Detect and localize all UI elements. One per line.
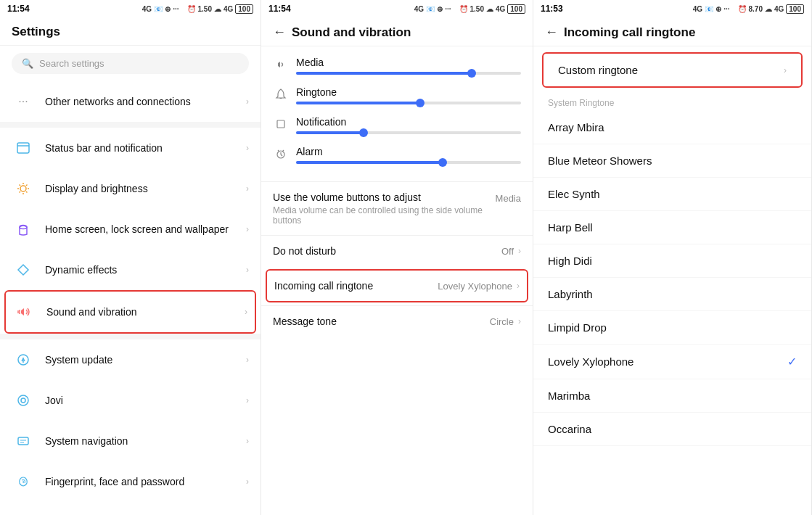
display-chevron: › [246, 184, 249, 194]
ringtone-item-labyrinth[interactable]: Labyrinth [533, 278, 811, 311]
settings-item-dynamic-effects[interactable]: Dynamic effects › [0, 250, 261, 290]
settings-panel: 11:54 4G 📧 ⊕ ··· ⏰ 1.50 ☁ 4G 100 Setting… [0, 0, 261, 515]
ringtone-item-elec-synth[interactable]: Elec Synth [533, 178, 811, 211]
display-label: Display and brightness [45, 182, 246, 195]
ringtone-item-high-didi[interactable]: High Didi [533, 244, 811, 278]
jovi-chevron: › [246, 395, 249, 405]
media-volume-fill [296, 72, 472, 75]
status-bar-chevron: › [246, 143, 249, 153]
jovi-label: Jovi [45, 394, 246, 407]
ringtone-item-occarina[interactable]: Occarina [533, 413, 811, 446]
settings-item-fingerprint[interactable]: Fingerprint, face and password › [0, 461, 261, 502]
do-not-disturb-value: Off [501, 246, 514, 257]
notification-volume-info: Notification [296, 116, 521, 134]
media-volume-info: Media [296, 57, 521, 75]
ringtone-item-blue-meteor[interactable]: Blue Meteor Showers [533, 144, 811, 178]
use-volume-value: Media [496, 193, 521, 204]
time-2: 11:54 [268, 4, 291, 14]
notification-volume-row: Notification [273, 116, 521, 134]
other-networks-label: Other networks and connections [45, 95, 246, 108]
alarm-volume-slider[interactable] [296, 161, 521, 164]
settings-item-sound-vibration[interactable]: Sound and vibration › [4, 290, 256, 334]
incoming-ringtone-row[interactable]: Incoming call ringtone Lovely Xylophone … [266, 269, 528, 302]
do-not-disturb-row[interactable]: Do not disturb Off › [261, 235, 533, 266]
alarm-volume-icon [273, 147, 289, 163]
back-arrow-3[interactable]: ← [545, 25, 558, 40]
array-mbira-label: Array Mbira [548, 121, 604, 133]
dynamic-effects-chevron: › [246, 265, 249, 275]
svg-line-7 [20, 185, 21, 186]
status-bar-3: 11:53 4G 📧 ⊕ ··· ⏰ 8.70 ☁ 4G 100 [533, 0, 811, 17]
limpid-drop-label: Limpid Drop [548, 321, 607, 334]
settings-list: ··· Other networks and connections › Sta… [0, 81, 261, 515]
settings-item-display[interactable]: Display and brightness › [0, 168, 261, 209]
fingerprint-icon [12, 470, 35, 493]
svg-line-28 [281, 154, 282, 156]
volume-section: Media Ringtone [261, 46, 533, 181]
system-navigation-icon [12, 429, 35, 453]
display-icon [12, 177, 35, 200]
incoming-ringtone-panel: 11:53 4G 📧 ⊕ ··· ⏰ 8.70 ☁ 4G 100 ← Incom… [533, 0, 812, 515]
dynamic-effects-label: Dynamic effects [45, 263, 246, 276]
settings-item-system-navigation[interactable]: System navigation › [0, 421, 261, 461]
system-navigation-chevron: › [246, 436, 249, 446]
notification-volume-slider[interactable] [296, 131, 521, 134]
status-bar-label: Status bar and notification [45, 141, 246, 154]
settings-item-home-screen[interactable]: Home screen, lock screen and wallpaper › [0, 209, 261, 250]
svg-point-11 [20, 226, 27, 229]
media-volume-label: Media [296, 57, 521, 68]
system-update-chevron: › [246, 355, 249, 365]
divider-2 [0, 334, 261, 339]
do-not-disturb-chevron: › [518, 246, 521, 256]
fingerprint-chevron: › [246, 477, 249, 487]
ringtone-item-limpid-drop[interactable]: Limpid Drop [533, 311, 811, 345]
svg-line-10 [20, 191, 21, 193]
status-icons-2: 4G 📧 ⊕ ··· ⏰ 1.50 ☁ 4G 100 [414, 4, 525, 14]
settings-item-other-networks[interactable]: ··· Other networks and connections › [0, 81, 261, 122]
sound-vibration-header: ← Sound and vibration [261, 17, 533, 46]
svg-rect-20 [18, 437, 28, 445]
media-volume-slider[interactable] [296, 72, 521, 75]
settings-title: Settings [0, 17, 261, 46]
settings-item-jovi[interactable]: Jovi › [0, 380, 261, 421]
use-volume-buttons-row[interactable]: Use the volume buttons to adjust Media v… [261, 181, 533, 235]
ringtone-item-marimba[interactable]: Marimba [533, 379, 811, 413]
svg-point-18 [18, 395, 28, 405]
ringtone-item-harp-bell[interactable]: Harp Bell [533, 211, 811, 244]
ringtone-item-array-mbira[interactable]: Array Mbira [533, 111, 811, 144]
ringtone-volume-slider[interactable] [296, 102, 521, 104]
settings-item-system-update[interactable]: System update › [0, 339, 261, 380]
home-screen-label: Home screen, lock screen and wallpaper [45, 223, 246, 236]
ringtone-volume-icon [273, 88, 289, 104]
settings-item-status-bar[interactable]: Status bar and notification › [0, 128, 261, 168]
media-volume-row: Media [273, 57, 521, 75]
high-didi-label: High Didi [548, 255, 592, 267]
message-tone-label: Message tone [273, 316, 337, 327]
alarm-volume-fill [296, 161, 443, 164]
custom-ringtone-item[interactable]: Custom ringtone › [542, 52, 803, 88]
alarm-volume-label: Alarm [296, 146, 521, 157]
status-icons-3: 4G 📧 ⊕ ··· ⏰ 8.70 ☁ 4G 100 [693, 4, 804, 14]
incoming-ringtone-wrapper: Incoming call ringtone Lovely Xylophone … [261, 266, 533, 305]
back-arrow-2[interactable]: ← [273, 25, 286, 40]
system-update-icon [12, 348, 35, 371]
system-navigation-label: System navigation [45, 434, 246, 448]
message-tone-chevron: › [518, 316, 521, 326]
svg-marker-12 [18, 265, 28, 275]
incoming-ringtone-header: ← Incoming call ringtone [533, 17, 811, 46]
svg-line-29 [278, 150, 279, 152]
ringtone-volume-info: Ringtone [296, 86, 521, 104]
alarm-volume-row: Alarm [273, 146, 521, 164]
ringtone-list: Custom ringtone › System Ringtone Array … [533, 46, 811, 515]
svg-point-19 [21, 398, 25, 403]
message-tone-row[interactable]: Message tone Circle › [261, 305, 533, 337]
status-bar-icon [12, 136, 35, 160]
do-not-disturb-label: Do not disturb [273, 245, 336, 257]
search-bar[interactable]: 🔍 Search settings [12, 53, 249, 74]
ringtone-item-lovely-xylophone[interactable]: Lovely Xylophone ✓ [533, 345, 811, 379]
other-networks-icon: ··· [12, 90, 35, 113]
svg-line-30 [282, 150, 284, 152]
notification-volume-icon [273, 118, 289, 133]
sound-vibration-panel: 11:54 4G 📧 ⊕ ··· ⏰ 1.50 ☁ 4G 100 ← Sound… [261, 0, 533, 515]
status-icons-1: 4G 📧 ⊕ ··· ⏰ 1.50 ☁ 4G 100 [142, 4, 253, 14]
